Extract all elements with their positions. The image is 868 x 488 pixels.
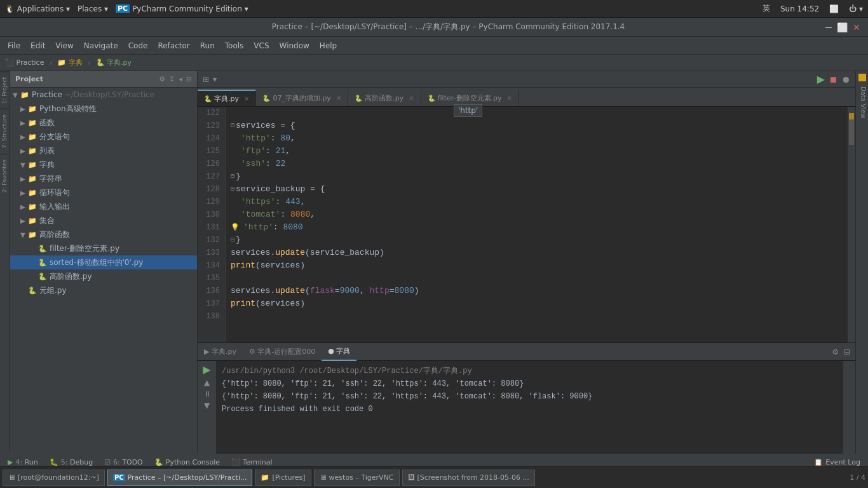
code-editor[interactable]: ⊟services = { 'http': 80, 'ftp': 21, 'ss… [226,107,848,342]
run-right [843,361,855,454]
path-project[interactable]: ⬛ Practice [5,58,44,67]
tab-gaojie[interactable]: 🐍 高阶函数.py ✕ [348,90,421,106]
menu-tools[interactable]: Tools [220,40,249,51]
autocomplete-popup[interactable]: 'http' [454,104,482,117]
code-line-137: print(services) [231,297,848,310]
taskbar-terminal[interactable]: 🖥 [root@foundation12:~] [3,470,105,486]
run-pause-btn[interactable]: ⏸ [203,390,211,398]
run-tab-3[interactable]: ● 字典 [322,343,356,361]
panel-icons: ⚙ ↕ ◂ ⊟ [159,75,192,83]
menu-run[interactable]: Run [195,40,220,51]
menu-refactor[interactable]: Refactor [153,40,194,51]
code-line-138 [231,310,848,323]
coverage-button[interactable]: ⏺ [841,74,850,85]
line-numbers: 122 123 124 125 126 127 128 129 130 131 … [198,107,226,342]
code-line-123: ⊟services = { [231,119,848,132]
window-controls[interactable]: ⬜ [829,4,839,13]
menu-vcs[interactable]: VCS [248,40,274,51]
run-tab-2[interactable]: ⚙ 字典-运行配置000 [243,343,322,361]
run-settings-icon[interactable]: ⚙ [832,348,839,356]
menu-navigate[interactable]: Navigate [79,40,123,51]
menu-edit[interactable]: Edit [25,40,50,51]
tree-file-tuple[interactable]: ▶ 🐍 元组.py [10,283,197,297]
maximize-button[interactable]: ⬜ [837,22,848,32]
code-line-128: ⊟service_backup = { [231,183,848,196]
code-scrollbar[interactable] [848,107,855,342]
tree-item-functions[interactable]: ▶ 📁 函数 [10,116,197,130]
path-file[interactable]: 🐍 字典.py [96,58,132,67]
taskbar: 🖥 [root@foundation12:~] PC Practice – [~… [0,466,868,488]
tree-item-io[interactable]: ▶ 📁 输入输出 [10,200,197,214]
panel-pin-icon[interactable]: ⊟ [186,75,192,83]
data-view-tab[interactable]: Data View [856,81,868,124]
tab-ziidian[interactable]: 🐍 字典.py ✕ [198,90,256,106]
left-tab-project[interactable]: 1: Project [0,71,10,109]
tree-item-set[interactable]: ▶ 📁 集合 [10,214,197,227]
taskbar-pycharm[interactable]: PC Practice – [~/Desktop/LSY/Practi... [107,470,253,486]
code-line-129: 'https': 443, [231,196,848,208]
stop-button[interactable]: ⏹ [829,74,837,85]
file-tree: ▼ 📁 Practice ~/Desktop/LSY/Practice ▶ 📁 … [10,88,197,454]
tree-file-hof-py[interactable]: ▶ 🐍 高阶函数.py [10,269,197,283]
code-container: 122 123 124 125 126 127 128 129 130 131 … [198,107,855,342]
menu-help[interactable]: Help [315,40,342,51]
taskbar-screenshot[interactable]: 🖼 [Screenshot from 2018-05-06 ... [402,470,535,486]
panel-title: Project [15,75,43,83]
menu-view[interactable]: View [50,40,78,51]
left-tab-structure[interactable]: 7: Structure [0,109,10,154]
left-tabs: 1: Project 7: Structure 2: Favorites [0,71,10,454]
system-bar-left: 🐧 Applications ▾ Places ▾ PC PyCharm Com… [5,4,248,13]
scrollbar-thumb[interactable] [849,119,854,145]
code-line-134: print(services) [231,259,848,272]
run-panel: ▶ 字典.py ⚙ 字典-运行配置000 ● 字典 ⚙ ⊟ ▶ ▲ ⏸ [198,342,855,454]
window-controls: ─ ⬜ ✕ [825,22,860,32]
tree-item-list[interactable]: ▶ 📁 列表 [10,144,197,158]
system-bar: 🐧 Applications ▾ Places ▾ PC PyCharm Com… [0,0,868,18]
tree-item-python-advanced[interactable]: ▶ 📁 Python高级特性 [10,102,197,116]
panel-collapse-icon[interactable]: ◂ [179,75,182,83]
code-line-125: 'ftp': 21, [231,145,848,158]
autocomplete-text: 'http' [458,106,478,115]
run-scroll-down-btn[interactable]: ▼ [204,401,210,410]
tree-item-hof[interactable]: ▼ 📁 高阶函数 [10,227,197,241]
menu-window[interactable]: Window [275,40,315,51]
places-menu[interactable]: Places ▾ [78,4,108,13]
tree-item-string[interactable]: ▶ 📁 字符串 [10,172,197,186]
run-scroll-up-btn[interactable]: ▲ [204,378,210,387]
panel-sort-icon[interactable]: ↕ [169,75,175,83]
run-button[interactable]: ▶ [817,73,825,85]
minimize-button[interactable]: ─ [825,22,832,32]
output-line-2: {'http': 8080, 'ftp': 21, 'ssh': 22, 'ht… [222,390,837,403]
tree-file-sorted[interactable]: ▶ 🐍 sorted-移动数组中的'0'.py [10,255,197,269]
applications-menu[interactable]: 🐧 Applications ▾ [5,4,70,13]
tree-item-dict[interactable]: ▼ 📁 字典 [10,158,197,172]
tree-file-filter[interactable]: ▶ 🐍 filter-删除空元素.py [10,241,197,255]
run-play-btn[interactable]: ▶ [203,363,210,376]
editor-layout-dropdown[interactable]: ▾ [213,75,217,84]
run-pin-icon[interactable]: ⊟ [844,348,850,356]
editor-area: ⊞ ▾ ▶ ⏹ ⏺ 🐍 字典.py ✕ 🐍 07_字典的增加.py ✕ 🐍 [198,71,855,454]
path-folder[interactable]: 📁 字典 [57,58,83,67]
run-sidebar: ▶ ▲ ⏸ ▼ [198,361,217,454]
page-indicator: 1 / 4 [850,473,865,482]
run-output[interactable]: /usr/bin/python3 /root/Desktop/LSY/Pract… [217,361,843,454]
power-icon[interactable]: ⏻ ▾ [849,4,863,13]
menu-code[interactable]: Code [123,40,153,51]
code-line-136: services.update(flask=9000, http=8080) [231,285,848,297]
left-tab-favorites[interactable]: 2: Favorites [0,154,10,198]
taskbar-pictures[interactable]: 📁 [Pictures] [255,470,311,486]
tree-item-loop[interactable]: ▶ 📁 循环语句 [10,186,197,200]
menu-file[interactable]: File [3,40,25,51]
panel-settings-icon[interactable]: ⚙ [159,75,165,83]
run-tab-1[interactable]: ▶ 字典.py [198,343,243,361]
taskbar-tigervnc[interactable]: 🖥 westos – TigerVNC [314,470,400,486]
editor-layout-icon[interactable]: ⊞ [203,75,209,84]
right-panel: Data View [855,71,868,454]
clock: Sun 14:52 [780,4,819,13]
tree-item-branch[interactable]: ▶ 📁 分支语句 [10,130,197,144]
close-button[interactable]: ✕ [853,22,860,32]
run-content: ▶ ▲ ⏸ ▼ /usr/bin/python3 /root/Desktop/L… [198,361,855,454]
system-bar-right: 英 Sun 14:52 ⬜ ⏻ ▾ [763,3,863,14]
tree-root-practice[interactable]: ▼ 📁 Practice ~/Desktop/LSY/Practice [10,88,197,102]
tab-07-ziidian[interactable]: 🐍 07_字典的增加.py ✕ [256,90,348,106]
